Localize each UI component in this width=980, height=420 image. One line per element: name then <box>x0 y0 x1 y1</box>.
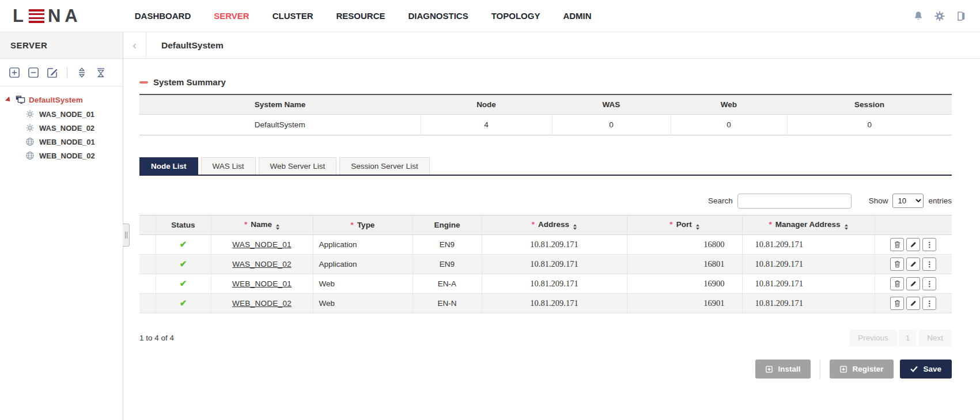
status-ok-icon: ✔ <box>180 278 187 288</box>
cell-manager-address: 10.81.209.171 <box>742 274 875 293</box>
edit-row-button[interactable] <box>906 277 920 290</box>
brand-stripes-icon <box>29 9 44 23</box>
tab-web-server-list[interactable]: Web Server List <box>259 157 337 175</box>
check-icon <box>910 366 918 372</box>
sort-icon[interactable] <box>696 224 699 230</box>
collapse-section-icon[interactable] <box>139 81 148 84</box>
node-name-link[interactable]: WEB_NODE_01 <box>232 279 292 288</box>
search-label: Search <box>708 196 733 205</box>
required-marker: * <box>532 220 535 229</box>
edit-row-button[interactable] <box>906 297 920 310</box>
sort-icon[interactable] <box>276 224 279 230</box>
cell-select <box>139 254 156 274</box>
bell-icon[interactable] <box>913 11 924 21</box>
sort-icon[interactable] <box>573 224 577 230</box>
previous-page-button[interactable]: Previous <box>849 330 897 347</box>
edit-row-button[interactable] <box>906 258 920 271</box>
col-manager-address[interactable]: *Manager Address <box>742 215 875 234</box>
remove-icon[interactable] <box>28 67 39 78</box>
sidebar-toolbar <box>0 59 123 86</box>
tree-expander-icon[interactable] <box>5 96 12 103</box>
status-ok-icon: ✔ <box>180 239 187 249</box>
nav-diagnostics[interactable]: DIAGNOSTICS <box>408 11 468 21</box>
expand-all-icon[interactable] <box>76 67 88 78</box>
nav-admin[interactable]: ADMIN <box>563 11 591 21</box>
node-name-link[interactable]: WEB_NODE_02 <box>232 299 292 308</box>
tab-session-server-list[interactable]: Session Server List <box>339 157 429 175</box>
delete-row-button[interactable] <box>890 238 904 251</box>
tree-item-web-node-01[interactable]: WEB_NODE_01 <box>25 135 118 149</box>
toolbar-divider <box>67 67 67 78</box>
row-more-button[interactable]: ⋮ <box>922 258 936 271</box>
tree-item-was-node-02[interactable]: WAS_NODE_02 <box>25 121 118 135</box>
was-node-icon <box>25 109 35 119</box>
nav-dashboard[interactable]: DASHBOARD <box>135 11 191 21</box>
gear-icon[interactable] <box>934 11 945 21</box>
cell-engine: EN9 <box>413 234 482 254</box>
col-address[interactable]: *Address <box>482 215 627 234</box>
required-marker: * <box>351 221 354 229</box>
cell-port: 16901 <box>627 293 742 313</box>
tree-item-label: WAS_NODE_01 <box>39 110 94 119</box>
node-name-link[interactable]: WAS_NODE_02 <box>232 260 292 268</box>
nav-topology[interactable]: TOPOLOGY <box>491 11 540 21</box>
summary-system-name: DefaultSystem <box>139 114 421 135</box>
server-tree: DefaultSystem WAS_NODE_01 WAS_NODE_02 <box>0 86 123 162</box>
more-icon: ⋮ <box>926 241 933 248</box>
row-more-button[interactable]: ⋮ <box>922 277 936 290</box>
logout-icon[interactable] <box>956 11 966 21</box>
nav-cluster[interactable]: CLUSTER <box>273 11 313 21</box>
search-input[interactable] <box>737 194 852 209</box>
cell-manager-address: 10.81.209.171 <box>742 293 875 313</box>
nav-server[interactable]: SERVER <box>214 11 249 21</box>
summary-col-was: WAS <box>552 94 671 114</box>
cell-name: WEB_NODE_02 <box>211 293 313 313</box>
tree-item-defaultsystem[interactable]: DefaultSystem <box>6 92 118 107</box>
sidebar: SERVER De <box>0 32 123 420</box>
summary-col-web: Web <box>671 94 787 114</box>
actions-row: Install Register Save <box>139 360 952 379</box>
tab-was-list[interactable]: WAS List <box>201 157 256 175</box>
collapse-all-icon[interactable] <box>95 67 107 78</box>
table-footer: 1 to 4 of 4 Previous 1 Next <box>139 330 952 347</box>
register-button[interactable]: Register <box>830 360 894 379</box>
list-controls: Search Show 10 entries <box>139 193 952 209</box>
tree-item-web-node-02[interactable]: WEB_NODE_02 <box>25 149 118 162</box>
delete-row-button[interactable] <box>890 297 904 310</box>
nav-resource[interactable]: RESOURCE <box>336 11 385 21</box>
install-button[interactable]: Install <box>755 360 811 379</box>
page-number-button[interactable]: 1 <box>899 330 917 347</box>
next-page-button[interactable]: Next <box>918 330 952 347</box>
collapse-sidebar-button[interactable]: ‹ <box>123 32 146 58</box>
panel-collapse-handle[interactable] <box>123 224 130 247</box>
system-icon <box>16 95 25 105</box>
node-name-link[interactable]: WAS_NODE_01 <box>232 240 292 249</box>
add-icon[interactable] <box>9 67 20 78</box>
summary-col-session: Session <box>787 94 952 114</box>
sort-icon[interactable] <box>845 224 848 230</box>
was-node-icon <box>25 123 35 133</box>
tree-item-was-node-01[interactable]: WAS_NODE_01 <box>25 107 118 121</box>
cell-name: WEB_NODE_01 <box>211 274 313 293</box>
delete-row-button[interactable] <box>890 277 904 290</box>
entries-label: entries <box>928 196 952 205</box>
tab-node-list[interactable]: Node List <box>139 157 198 175</box>
cell-actions: ⋮ <box>875 254 952 274</box>
chevron-left-icon: ‹ <box>133 39 137 52</box>
edit-row-button[interactable] <box>906 238 920 251</box>
node-table-header-row: Status *Name *Type Engine *Address *Port… <box>139 215 952 234</box>
delete-row-button[interactable] <box>890 258 904 271</box>
summary-col-node: Node <box>421 94 552 114</box>
content-area: ‹ DefaultSystem System Summary System Na… <box>123 32 980 420</box>
cell-port: 16900 <box>627 274 742 293</box>
save-button[interactable]: Save <box>900 360 952 379</box>
row-more-button[interactable]: ⋮ <box>922 297 936 310</box>
col-name[interactable]: *Name <box>211 215 313 234</box>
range-info: 1 to 4 of 4 <box>139 334 174 342</box>
page-size-select[interactable]: 10 <box>892 194 924 208</box>
page-title: DefaultSystem <box>146 32 224 58</box>
cell-select <box>139 274 156 293</box>
row-more-button[interactable]: ⋮ <box>922 238 936 251</box>
edit-icon[interactable] <box>47 67 58 78</box>
col-port[interactable]: *Port <box>627 215 742 234</box>
